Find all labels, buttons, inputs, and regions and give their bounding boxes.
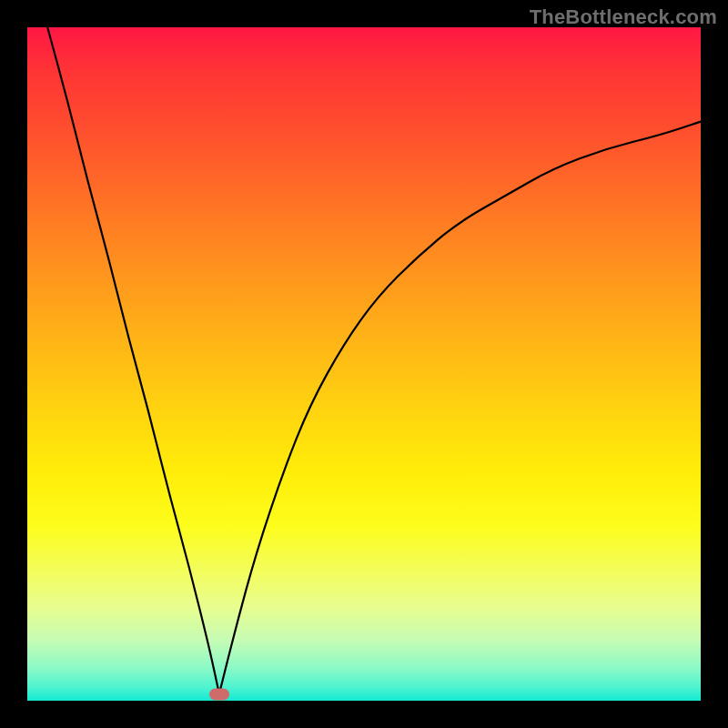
curve-left-branch (47, 27, 219, 694)
bottleneck-curve (27, 27, 701, 701)
plot-area (27, 27, 701, 701)
minimum-marker (209, 688, 229, 700)
curve-right-branch (219, 122, 701, 694)
chart-frame: TheBottleneck.com (0, 0, 728, 728)
attribution-label: TheBottleneck.com (530, 5, 717, 29)
